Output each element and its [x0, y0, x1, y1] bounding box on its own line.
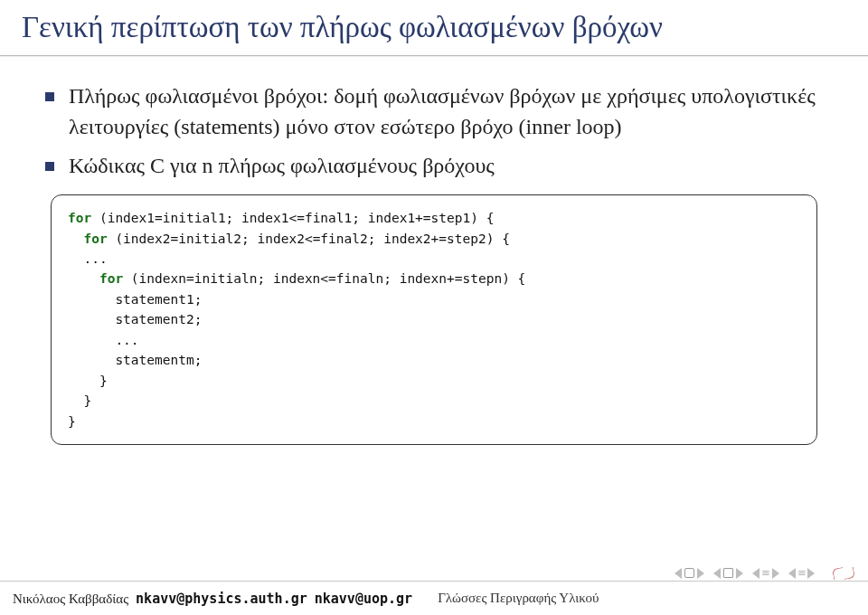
nav-next-frame-icon[interactable] [807, 568, 815, 579]
slide: Γενική περίπτωση των πλήρως φωλιασμένων … [0, 0, 868, 615]
nav-prev-page-icon[interactable] [675, 568, 682, 579]
title-bar: Γενική περίπτωση των πλήρως φωλιασμένων … [0, 0, 868, 52]
footer-author: Νικόλαος Καββαδίας [13, 591, 128, 607]
bullet-marker-icon [45, 92, 54, 101]
bullet-text: Πλήρως φωλιασμένοι βρόχοι: δομή φωλιασμέ… [69, 81, 843, 142]
keyword-for: for [68, 271, 123, 286]
nav-next-page-icon[interactable] [697, 568, 704, 579]
code-line: (indexn=initialn; indexn<=finaln; indexn… [123, 271, 525, 286]
code-line: (index2=initial2; index2<=final2; index2… [108, 232, 510, 246]
keyword-for: for [68, 232, 108, 246]
footer-email-2: nkavv@uop.gr [315, 591, 412, 607]
nav-section-icon[interactable] [723, 568, 733, 578]
code-line: statement2; [68, 312, 202, 326]
nav-prev-frame-icon[interactable] [788, 568, 796, 579]
footer: Νικόλαος Καββαδίας nkavv@physics.auth.gr… [0, 581, 868, 615]
code-block: for (index1=initial1; index1<=final1; in… [51, 194, 817, 445]
code-line: } [68, 393, 91, 408]
code-line: statementm; [68, 353, 202, 367]
footer-title: Γλώσσες Περιγραφής Υλικού [438, 591, 599, 606]
nav-page-group [675, 568, 704, 579]
nav-section-group [713, 568, 743, 579]
keyword-for: for [68, 211, 91, 225]
nav-subsection-group: ≡ [752, 567, 778, 579]
code-line: ... [68, 333, 139, 347]
slide-body: Πλήρως φωλιασμένοι βρόχοι: δομή φωλιασμέ… [0, 56, 868, 615]
nav-next-sub-icon[interactable] [772, 568, 779, 579]
nav-prev-sub-icon[interactable] [752, 568, 760, 579]
nav-controls: ≡ ≡ [675, 567, 855, 579]
code-line: (index1=initial1; index1<=final1; index1… [91, 211, 494, 225]
footer-left: Νικόλαος Καββαδίας nkavv@physics.auth.gr… [13, 591, 412, 607]
bullet-text: Κώδικας C για n πλήρως φωλιασμένους βρόχ… [69, 151, 843, 182]
slide-title: Γενική περίπτωση των πλήρως φωλιασμένων … [22, 9, 846, 46]
nav-back-forward-group [833, 568, 855, 579]
code-line: } [68, 414, 76, 429]
nav-frame-icon[interactable]: ≡ [797, 567, 807, 579]
nav-next-section-icon[interactable] [736, 568, 743, 579]
bullet-marker-icon [45, 162, 54, 171]
nav-prev-section-icon[interactable] [713, 568, 721, 579]
nav-redo-icon[interactable] [843, 567, 855, 580]
code-line: } [68, 374, 108, 388]
footer-email-1: nkavv@physics.auth.gr [136, 591, 307, 607]
bullet-item: Κώδικας C για n πλήρως φωλιασμένους βρόχ… [45, 151, 843, 182]
code-line: ... [68, 251, 108, 266]
nav-frame-group: ≡ [788, 567, 815, 579]
nav-page-icon[interactable] [684, 568, 694, 578]
bullet-item: Πλήρως φωλιασμένοι βρόχοι: δομή φωλιασμέ… [45, 81, 843, 142]
code-line: statement1; [68, 292, 202, 307]
nav-sub-icon[interactable]: ≡ [760, 567, 770, 579]
code-block-container: for (index1=initial1; index1<=final1; in… [51, 194, 817, 445]
